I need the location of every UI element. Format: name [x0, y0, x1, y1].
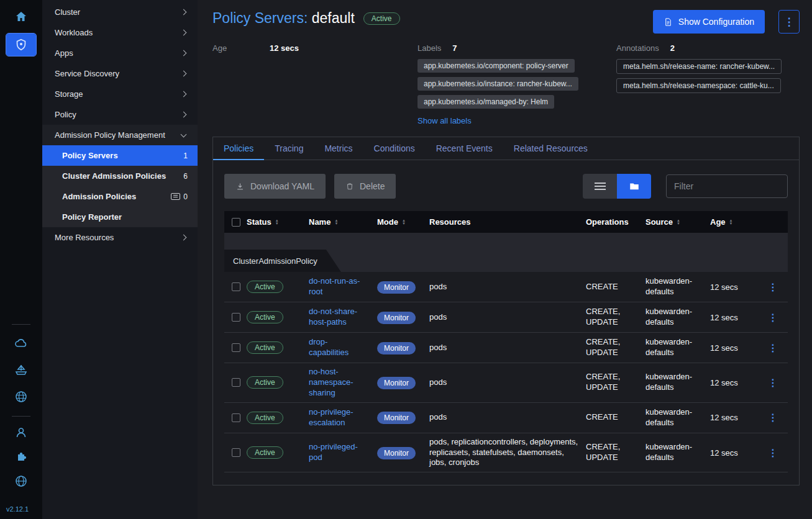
row-actions-button[interactable]: ⋮ [763, 448, 783, 458]
age-text: 12 secs [710, 343, 763, 353]
row-checkbox[interactable] [232, 313, 240, 322]
sidebar-item-label: Policy [55, 110, 181, 119]
table-row[interactable]: Active no-host-namespace-sharing Monitor… [224, 363, 788, 403]
sidebar-item-more-resources[interactable]: More Resources [42, 227, 198, 248]
sidebar-item-storage[interactable]: Storage [42, 84, 198, 104]
tab-tracing[interactable]: Tracing [264, 137, 314, 160]
sidebar-item-admission-policies[interactable]: Admission Policies 0 [42, 186, 198, 207]
table-row[interactable]: Active no-privilege-escalation Monitor p… [224, 403, 788, 433]
row-actions-button[interactable]: ⋮ [763, 343, 783, 353]
row-checkbox[interactable] [232, 378, 240, 387]
header-actions-menu-button[interactable]: ⋮ [778, 10, 800, 34]
sidebar-nav: Cluster Workloads Apps Service Discovery… [42, 0, 198, 519]
user-icon[interactable] [13, 425, 29, 441]
sidebar-item-workloads[interactable]: Workloads [42, 22, 198, 43]
row-actions-button[interactable]: ⋮ [763, 412, 783, 423]
age-text: 12 secs [710, 413, 763, 422]
sort-icon: ▲▼ [677, 219, 680, 225]
policy-name-link[interactable]: do-not-share-host-paths [309, 307, 371, 328]
source-text: kubewarden-defaults [645, 442, 710, 463]
harvester-icon[interactable] [13, 389, 29, 405]
filter-input[interactable] [666, 174, 788, 198]
tab-conditions[interactable]: Conditions [363, 137, 426, 160]
operations-text: CREATE [586, 282, 645, 292]
age-value: 12 secs [270, 43, 299, 53]
source-text: kubewarden-defaults [645, 276, 710, 297]
tab-recent-events[interactable]: Recent Events [426, 137, 503, 160]
status-badge: Active [363, 12, 400, 25]
tab-policies[interactable]: Policies [213, 137, 264, 160]
policy-name-link[interactable]: do-not-run-as-root [309, 276, 371, 297]
labels-column: Labels 7 app.kubernetes.io/component: po… [417, 43, 616, 125]
row-checkbox[interactable] [232, 448, 240, 457]
view-toggle-group [583, 174, 651, 199]
page-title-kind[interactable]: Policy Servers: [212, 10, 308, 26]
column-header-status[interactable]: Status ▲▼ [247, 217, 309, 227]
count-value: 0 [183, 192, 188, 201]
sidebar-item-policy-servers[interactable]: Policy Servers 1 [42, 145, 198, 166]
column-header-age[interactable]: Age ▲▼ [710, 217, 763, 227]
select-all-checkbox[interactable] [232, 218, 240, 227]
row-checkbox[interactable] [232, 343, 240, 352]
resources-text: pods [429, 312, 586, 323]
sidebar-item-service-discovery[interactable]: Service Discovery [42, 63, 198, 84]
cloud-icon[interactable] [13, 335, 29, 351]
fleet-ship-icon[interactable] [13, 362, 29, 378]
page-header: Policy Servers: default Active Show Conf… [212, 10, 800, 34]
source-text: kubewarden-defaults [645, 337, 710, 358]
flat-list-view-button[interactable] [583, 174, 617, 199]
operations-text: CREATE, UPDATE [586, 307, 645, 328]
mode-badge: Monitor [377, 412, 416, 424]
rail-divider [12, 416, 30, 417]
home-icon[interactable] [13, 9, 29, 25]
tab-related-resources[interactable]: Related Resources [503, 137, 598, 160]
sidebar-item-label: Apps [55, 48, 181, 58]
row-checkbox[interactable] [232, 282, 240, 291]
sidebar-group-admission-policy-management[interactable]: Admission Policy Management [42, 125, 198, 145]
chevron-right-icon [181, 91, 187, 97]
sidebar-item-cluster[interactable]: Cluster [42, 2, 198, 22]
column-header-resources[interactable]: Resources [429, 217, 586, 227]
sidebar-item-cluster-admission-policies[interactable]: Cluster Admission Policies 6 [42, 166, 198, 186]
policy-name-link[interactable]: no-host-namespace-sharing [309, 367, 371, 399]
resources-text: pods [429, 282, 586, 292]
sort-icon: ▲▼ [402, 219, 406, 225]
row-actions-button[interactable]: ⋮ [763, 282, 783, 292]
source-text: kubewarden-defaults [645, 407, 710, 428]
page-title: Policy Servers: default [212, 10, 355, 27]
policy-name-link[interactable]: no-privilege-escalation [309, 407, 371, 428]
column-header-source[interactable]: Source ▲▼ [645, 217, 710, 227]
row-checkbox[interactable] [232, 413, 240, 422]
column-header-name[interactable]: Name ▲▼ [309, 217, 377, 227]
show-configuration-button[interactable]: Show Configuration [653, 10, 765, 34]
show-all-labels-link[interactable]: Show all labels [417, 116, 472, 125]
status-badge: Active [247, 412, 283, 424]
resources-text: pods [429, 377, 586, 388]
policy-name-link[interactable]: no-privileged-pod [309, 442, 371, 463]
row-actions-button[interactable]: ⋮ [763, 377, 783, 388]
group-tab-clusteradmissionpolicy[interactable]: ClusterAdmissionPolicy [224, 250, 341, 272]
source-text: kubewarden-defaults [645, 307, 710, 328]
table-row[interactable]: Active do-not-share-host-paths Monitor p… [224, 302, 788, 333]
sort-icon: ▲▼ [729, 219, 733, 225]
extensions-puzzle-icon[interactable] [13, 449, 29, 465]
grouped-view-button[interactable] [617, 174, 651, 199]
folder-icon [629, 181, 640, 192]
sidebar-item-label: Service Discovery [55, 69, 181, 78]
download-yaml-button[interactable]: Download YAML [224, 174, 326, 199]
sidebar-item-policy-reporter[interactable]: Policy Reporter [42, 207, 198, 227]
operations-text: CREATE, UPDATE [586, 372, 645, 393]
table-row[interactable]: Active drop-capabilities Monitor pods CR… [224, 333, 788, 363]
kubewarden-nav-icon[interactable] [6, 34, 36, 56]
column-header-mode[interactable]: Mode ▲▼ [377, 217, 429, 227]
globe-icon[interactable] [13, 473, 29, 489]
table-row[interactable]: Active no-privileged-pod Monitor pods, r… [224, 433, 788, 473]
row-actions-button[interactable]: ⋮ [763, 312, 783, 323]
table-row[interactable]: Active do-not-run-as-root Monitor pods C… [224, 272, 788, 302]
sidebar-item-policy[interactable]: Policy [42, 104, 198, 125]
tab-metrics[interactable]: Metrics [314, 137, 363, 160]
delete-button[interactable]: Delete [334, 174, 396, 199]
sidebar-item-apps[interactable]: Apps [42, 43, 198, 63]
policy-name-link[interactable]: drop-capabilities [309, 337, 371, 358]
column-header-operations[interactable]: Operations [586, 217, 645, 227]
